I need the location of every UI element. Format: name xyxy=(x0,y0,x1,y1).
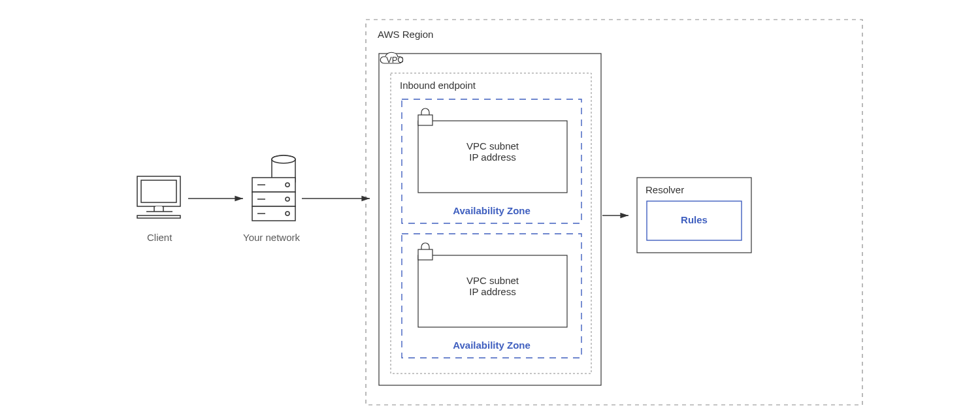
az1-label: Availability Zone xyxy=(402,205,581,216)
svg-rect-2 xyxy=(137,176,180,206)
vpc-box xyxy=(379,54,601,385)
rules-label: Rules xyxy=(647,214,742,225)
network-icon xyxy=(252,155,295,221)
svg-point-10 xyxy=(272,155,295,163)
client-icon xyxy=(137,176,180,218)
svg-rect-4 xyxy=(155,206,162,212)
az2-label: Availability Zone xyxy=(402,340,581,351)
svg-rect-1 xyxy=(418,249,433,260)
subnet1-line2: IP address xyxy=(418,151,567,163)
subnet2-line2: IP address xyxy=(418,286,567,297)
client-label: Client xyxy=(147,232,172,243)
svg-rect-8 xyxy=(137,215,180,218)
network-label: Your network xyxy=(243,232,300,243)
resolver-label: Resolver xyxy=(645,184,684,195)
svg-rect-0 xyxy=(418,115,433,125)
lock-icon xyxy=(418,108,433,125)
subnet1-line1: VPC subnet xyxy=(418,140,567,151)
subnet2-line1: VPC subnet xyxy=(418,275,567,286)
inbound-endpoint-label: Inbound endpoint xyxy=(400,80,476,91)
vpc-label: VPC xyxy=(386,55,404,65)
lock-icon xyxy=(418,243,433,260)
region-label: AWS Region xyxy=(378,29,433,40)
